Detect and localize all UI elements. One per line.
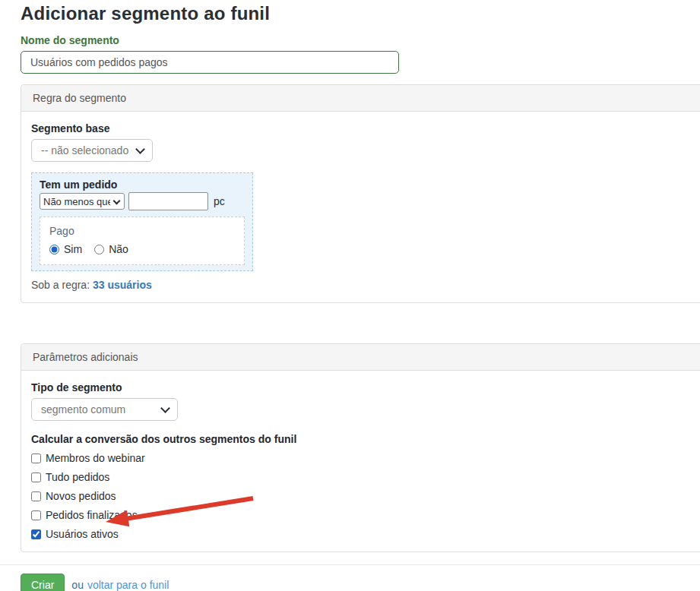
checkbox-label: Membros do webinar xyxy=(46,452,145,464)
segment-type-select-wrap: segmento comum xyxy=(31,398,178,421)
checkbox-row: Usuários ativos xyxy=(31,528,692,540)
checkbox-option[interactable]: Usuários ativos xyxy=(31,528,119,540)
base-segment-select[interactable]: -- não selecionado -- xyxy=(31,139,153,162)
paid-no-radio[interactable] xyxy=(94,245,104,254)
checkbox-row: Membros do webinar xyxy=(31,452,692,464)
base-segment-select-wrap: -- não selecionado -- xyxy=(31,139,153,162)
order-condition-box: Tem um pedido Não menos que pc Pago xyxy=(31,172,253,271)
segment-name-input[interactable] xyxy=(21,51,399,74)
checkbox-row: Tudo pedidos xyxy=(31,471,692,483)
create-button[interactable]: Criar xyxy=(21,574,65,591)
under-rule-row: Sob a regra: 33 usuários xyxy=(31,279,692,291)
segment-checkbox[interactable] xyxy=(31,454,41,463)
radio-option-sim[interactable]: Sim xyxy=(49,243,82,255)
back-to-funnel-link[interactable]: voltar para o funil xyxy=(87,579,169,591)
unit-label: pc xyxy=(214,195,225,207)
segment-type-label: Tipo de segmento xyxy=(31,381,692,393)
segment-name-group: Nome do segmento xyxy=(21,34,700,74)
rule-panel: Regra do segmento Segmento base -- não s… xyxy=(21,84,700,303)
base-segment-label: Segmento base xyxy=(31,122,692,134)
paid-yes-radio[interactable] xyxy=(49,245,59,254)
form-actions: Criar ou voltar para o funil xyxy=(21,574,700,591)
checkbox-label: Tudo pedidos xyxy=(46,471,109,483)
users-count-link[interactable]: 33 usuários xyxy=(93,279,152,291)
add-segment-page: Adicionar segmento ao funil Nome do segm… xyxy=(0,0,700,591)
params-panel: Parâmetros adicionais Tipo de segmento s… xyxy=(21,343,700,552)
or-text: ou xyxy=(71,579,84,591)
checkbox-label: Novos pedidos xyxy=(46,490,116,502)
radio-option-nao[interactable]: Não xyxy=(94,243,128,255)
order-amount-input[interactable] xyxy=(128,192,208,210)
rule-panel-header: Regra do segmento xyxy=(21,85,700,112)
params-panel-header: Parâmetros adicionais xyxy=(21,344,700,371)
checkbox-option[interactable]: Novos pedidos xyxy=(31,490,116,502)
segment-checkbox[interactable] xyxy=(31,472,41,482)
segment-checkbox[interactable] xyxy=(31,529,41,539)
paid-group-box: Pago Sim Não xyxy=(40,216,245,265)
paid-group-label: Pago xyxy=(49,225,235,237)
checkbox-label: Usuários ativos xyxy=(46,528,119,540)
conversion-label: Calcular a conversão dos outros segmento… xyxy=(31,433,692,445)
checkbox-option[interactable]: Tudo pedidos xyxy=(31,471,109,483)
page-title: Adicionar segmento ao funil xyxy=(0,0,700,24)
radio-label: Não xyxy=(109,243,128,255)
segment-type-select[interactable]: segmento comum xyxy=(31,398,178,421)
divider xyxy=(0,564,700,565)
comparator-select-wrap: Não menos que xyxy=(40,193,125,210)
checkbox-option[interactable]: Membros do webinar xyxy=(31,452,145,464)
segment-checkbox[interactable] xyxy=(31,491,41,501)
segment-name-label: Nome do segmento xyxy=(21,34,700,46)
under-rule-prefix: Sob a regra: xyxy=(31,279,90,291)
radio-label: Sim xyxy=(64,243,82,255)
checkbox-row: Novos pedidos xyxy=(31,490,692,502)
order-condition-title: Tem um pedido xyxy=(40,179,245,191)
checkbox-row: Pedidos finalizados xyxy=(31,509,692,521)
segment-checkbox[interactable] xyxy=(31,510,41,520)
checkbox-label: Pedidos finalizados xyxy=(46,509,138,521)
comparator-select[interactable]: Não menos que xyxy=(40,193,125,210)
checkbox-option[interactable]: Pedidos finalizados xyxy=(31,509,138,521)
